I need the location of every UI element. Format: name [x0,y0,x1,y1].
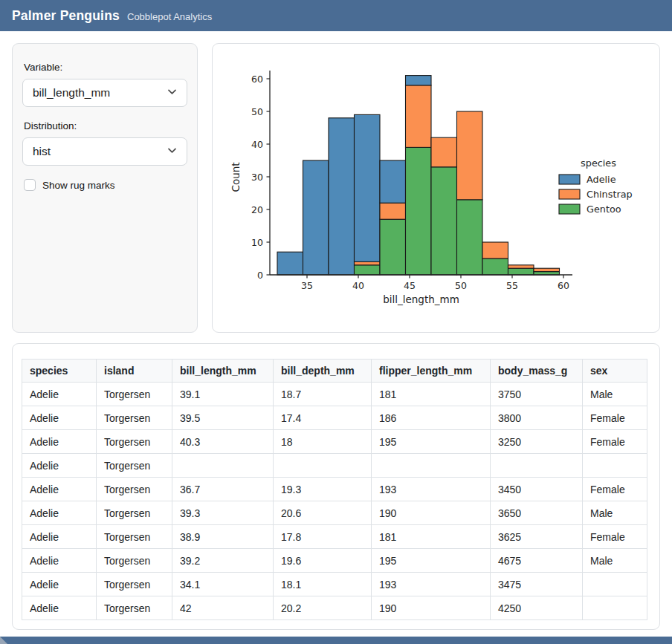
distribution-select[interactable]: hist [22,137,187,166]
column-header: flipper_length_mm [372,360,491,383]
app-header: Palmer Penguins Cobblepot Analytics [0,0,672,31]
column-header: species [22,360,97,383]
histogram-bar-chinstrap [457,111,483,200]
table-cell [372,454,491,478]
distribution-label: Distribution: [24,120,187,131]
histogram-bar-adelie [406,76,432,85]
table-cell: 3250 [491,430,583,454]
table-cell: 193 [372,573,491,596]
table-cell: 19.6 [274,549,372,573]
x-tick-label: 35 [301,280,313,291]
rug-marks-checkbox[interactable] [24,179,36,191]
table-cell: 18.1 [274,573,372,596]
y-tick-label: 10 [251,237,263,248]
x-tick-label: 60 [558,280,569,291]
histogram-bar-chinstrap [482,242,508,258]
main-content: Variable: bill_length_mm Distribution: h… [0,31,672,637]
histogram-bar-gentoo [431,167,457,275]
table-cell: 20.6 [274,501,372,525]
table-cell: 39.1 [172,383,274,406]
table-cell: 38.9 [172,525,274,549]
histogram-bar-adelie [355,114,381,261]
y-tick-label: 40 [251,139,263,150]
variable-select-value: bill_length_mm [33,86,110,100]
histogram-bar-chinstrap [508,265,534,268]
table-cell: 3475 [491,573,583,596]
app-subtitle: Cobblepot Analytics [127,11,212,22]
table-cell: 20.2 [274,596,372,620]
table-cell: 4250 [491,596,583,620]
table-row: AdelieTorgersen36.719.31933450Female [22,478,647,501]
y-tick-label: 20 [251,204,263,215]
table-row: AdelieTorgersen34.118.11933475 [22,573,647,596]
legend-label: Chinstrap [587,189,633,200]
rug-marks-option: Show rug marks [24,179,187,191]
legend-swatch-adelie [559,175,580,184]
table-cell: Torgersen [97,430,172,454]
table-cell: Torgersen [97,573,172,596]
table-cell: 181 [372,525,491,549]
table-cell: Male [583,383,647,406]
table-cell: 36.7 [172,478,274,501]
histogram-bar-chinstrap [406,85,432,148]
table-cell: Adelie [22,430,97,454]
table-cell: 3650 [491,501,583,525]
table-cell: 18 [274,430,372,454]
table-cell: 40.3 [172,430,274,454]
column-header: bill_length_mm [172,360,274,383]
table-cell [583,573,647,596]
table-cell: 17.4 [274,406,372,430]
table-cell: Adelie [22,525,97,549]
histogram-chart: 3540455055600102030405060bill_length_mmC… [213,44,659,332]
histogram-bar-chinstrap [355,261,381,264]
histogram-bar-gentoo [406,147,432,275]
table-cell: 18.7 [274,383,372,406]
chevron-down-icon [167,145,178,159]
table-cell: Female [583,406,647,430]
column-header: sex [583,360,647,383]
chevron-down-icon [167,86,178,100]
table-cell: Torgersen [97,501,172,525]
distribution-select-value: hist [33,145,51,158]
histogram-bar-gentoo [380,219,406,275]
y-tick-label: 50 [251,106,263,117]
table-cell: 195 [372,430,491,454]
resize-grip [0,637,7,644]
table-cell: 19.3 [274,478,372,501]
column-header: island [97,360,172,383]
histogram-bar-adelie [329,118,355,275]
table-cell: 39.2 [172,549,274,573]
table-cell: 3800 [491,406,583,430]
table-cell [583,596,647,620]
table-row: AdelieTorgersen40.3181953250Female [22,430,647,454]
histogram-bar-gentoo [482,258,508,275]
column-header: body_mass_g [491,360,583,383]
table-row: AdelieTorgersen39.517.41863800Female [22,406,647,430]
table-cell: Adelie [22,596,97,620]
table-cell: 193 [372,478,491,501]
table-cell: 3750 [491,383,583,406]
rug-marks-label: Show rug marks [42,180,115,191]
table-cell: Adelie [22,454,97,478]
histogram-bar-gentoo [508,268,534,275]
histogram-bar-adelie [380,160,406,203]
table-cell: 39.5 [172,406,274,430]
data-table-card: speciesislandbill_length_mmbill_depth_mm… [12,343,660,630]
histogram-bar-chinstrap [380,203,406,219]
table-row: AdelieTorgersen39.320.61903650Male [22,501,647,525]
table-header: speciesislandbill_length_mmbill_depth_mm… [22,360,647,383]
table-cell: Torgersen [97,383,172,406]
histogram-bar-gentoo [457,200,483,275]
table-cell: Adelie [22,406,97,430]
x-tick-label: 55 [506,280,518,291]
variable-select[interactable]: bill_length_mm [22,79,187,107]
table-cell: Torgersen [97,596,172,620]
table-cell: 17.8 [274,525,372,549]
y-tick-label: 60 [251,74,263,85]
table-cell [491,454,583,478]
table-cell: Male [583,549,647,573]
table-cell: 42 [172,596,274,620]
y-axis-label: Count [230,162,242,192]
table-cell: Female [583,478,647,501]
penguins-table: speciesislandbill_length_mmbill_depth_mm… [22,359,647,620]
